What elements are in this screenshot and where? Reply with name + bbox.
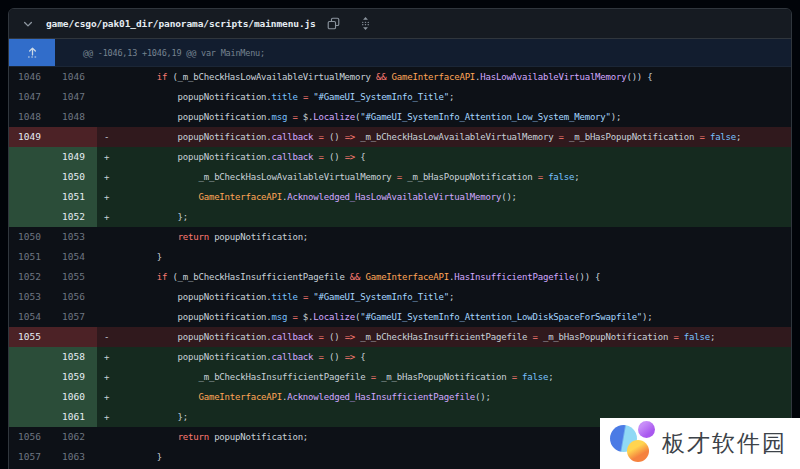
diff-marker (97, 307, 115, 327)
new-line-number[interactable]: 1051 (53, 187, 97, 207)
diff-marker: + (97, 367, 115, 387)
new-line-number[interactable]: 1061 (53, 407, 97, 427)
old-line-number[interactable] (9, 147, 53, 167)
new-line-number[interactable]: 1054 (53, 247, 97, 267)
code-text: GameInterfaceAPI.Acknowledged_HasLowAvai… (115, 187, 517, 207)
old-line-number[interactable]: 1055 (9, 327, 53, 347)
diff-marker: + (97, 387, 115, 407)
old-line-number[interactable] (9, 407, 53, 427)
diff-marker: + (97, 147, 115, 167)
new-line-number[interactable]: 1049 (53, 147, 97, 167)
grabber-icon (359, 16, 372, 31)
diff-marker (97, 67, 115, 87)
expand-up-icon (26, 46, 39, 59)
new-line-number[interactable]: 1052 (53, 207, 97, 227)
hunk-header-row: @@ -1046,13 +1046,19 @@ var MainMenu; (9, 39, 791, 67)
code-line: - popupNotification.callback = () => _m_… (97, 127, 791, 147)
code-text: _m_bCheckHasInsufficientPagefile = _m_bH… (115, 367, 553, 387)
code-line: popupNotification.msg = $.Localize("#Gam… (97, 307, 791, 327)
code-line: - popupNotification.callback = () => _m_… (97, 327, 791, 347)
new-line-number[interactable]: 1047 (53, 87, 97, 107)
diff-row: 1050+ _m_bCheckHasLowAvailableVirtualMem… (9, 167, 791, 187)
old-line-number[interactable]: 1057 (9, 447, 53, 467)
code-text: popupNotification.callback = () => _m_bC… (115, 127, 741, 147)
diff-row: 1055- popupNotification.callback = () =>… (9, 327, 791, 347)
new-line-number[interactable] (53, 327, 97, 347)
old-line-number[interactable]: 1049 (9, 127, 53, 147)
diff-marker (97, 447, 115, 467)
code-text: popupNotification.callback = () => { (115, 347, 366, 367)
file-path[interactable]: game/csgo/pak01_dir/panorama/scripts/mai… (46, 18, 316, 29)
code-line: return popupNotification; (97, 227, 791, 247)
old-line-number[interactable] (9, 207, 53, 227)
diff-row: 10531056 popupNotification.title = "#Gam… (9, 287, 791, 307)
old-line-number[interactable] (9, 367, 53, 387)
diff-marker (97, 107, 115, 127)
old-line-number[interactable]: 1048 (9, 107, 53, 127)
new-line-number[interactable]: 1060 (53, 387, 97, 407)
diff-marker: + (97, 207, 115, 227)
new-line-number[interactable]: 1059 (53, 367, 97, 387)
code-line: + popupNotification.callback = () => { (97, 347, 791, 367)
old-line-number[interactable] (9, 187, 53, 207)
new-line-number[interactable]: 1048 (53, 107, 97, 127)
old-line-number[interactable] (9, 167, 53, 187)
old-line-number[interactable] (9, 347, 53, 367)
diff-marker: - (97, 327, 115, 347)
old-line-number[interactable] (9, 387, 53, 407)
old-line-number[interactable]: 1056 (9, 427, 53, 447)
diff-row: 1051+ GameInterfaceAPI.Acknowledged_HasL… (9, 187, 791, 207)
new-line-number[interactable]: 1057 (53, 307, 97, 327)
diff-marker (97, 87, 115, 107)
code-line: popupNotification.msg = $.Localize("#Gam… (97, 107, 791, 127)
old-line-number[interactable]: 1050 (9, 227, 53, 247)
old-line-number[interactable]: 1051 (9, 247, 53, 267)
diff-row: 1058+ popupNotification.callback = () =>… (9, 347, 791, 367)
watermark-text: 板才软件园 (662, 428, 787, 459)
diff-row: 10461046 if (_m_bCheckHasLowAvailableVir… (9, 67, 791, 87)
code-line: + _m_bCheckHasInsufficientPagefile = _m_… (97, 367, 791, 387)
code-text: popupNotification.title = "#GameUI_Syste… (115, 287, 454, 307)
collapse-file-button[interactable] (19, 15, 37, 33)
diff-row: 10471047 popupNotification.title = "#Gam… (9, 87, 791, 107)
old-line-number[interactable]: 1054 (9, 307, 53, 327)
diff-marker: + (97, 167, 115, 187)
code-text: popupNotification.msg = $.Localize("#Gam… (115, 307, 653, 327)
code-text: popupNotification.callback = () => { (115, 147, 366, 167)
drag-handle[interactable] (357, 14, 374, 33)
new-line-number[interactable]: 1050 (53, 167, 97, 187)
diff-marker: + (97, 347, 115, 367)
diff-marker: + (97, 407, 115, 427)
diff-marker (97, 227, 115, 247)
code-text: } (115, 247, 162, 267)
old-line-number[interactable]: 1047 (9, 87, 53, 107)
new-line-number[interactable]: 1056 (53, 287, 97, 307)
new-line-number[interactable]: 1062 (53, 427, 97, 447)
code-text: GameInterfaceAPI.Acknowledged_HasInsuffi… (115, 387, 491, 407)
new-line-number[interactable]: 1063 (53, 447, 97, 467)
watermark-badge: 板才软件园 (600, 418, 800, 469)
new-line-number[interactable]: 1058 (53, 347, 97, 367)
new-line-number[interactable] (53, 127, 97, 147)
diff-marker (97, 267, 115, 287)
old-line-number[interactable]: 1053 (9, 287, 53, 307)
expand-hunk-button[interactable] (9, 39, 55, 66)
code-text: _m_bCheckHasLowAvailableVirtualMemory = … (115, 167, 579, 187)
old-line-number[interactable]: 1052 (9, 267, 53, 287)
copy-path-button[interactable] (325, 15, 342, 32)
code-text: }; (115, 407, 188, 427)
code-line: + popupNotification.callback = () => { (97, 147, 791, 167)
code-line: if (_m_bCheckHasLowAvailableVirtualMemor… (97, 67, 791, 87)
code-text: popupNotification.msg = $.Localize("#Gam… (115, 107, 621, 127)
three-circles-logo-icon (600, 418, 662, 469)
code-text: } (115, 447, 162, 467)
old-line-number[interactable]: 1046 (9, 67, 53, 87)
diff-marker: - (97, 127, 115, 147)
diff-marker: + (97, 187, 115, 207)
new-line-number[interactable]: 1046 (53, 67, 97, 87)
logo-orange-circle (627, 440, 649, 462)
new-line-number[interactable]: 1055 (53, 267, 97, 287)
new-line-number[interactable]: 1053 (53, 227, 97, 247)
code-text: if (_m_bCheckHasLowAvailableVirtualMemor… (115, 67, 653, 87)
diff-marker (97, 427, 115, 447)
